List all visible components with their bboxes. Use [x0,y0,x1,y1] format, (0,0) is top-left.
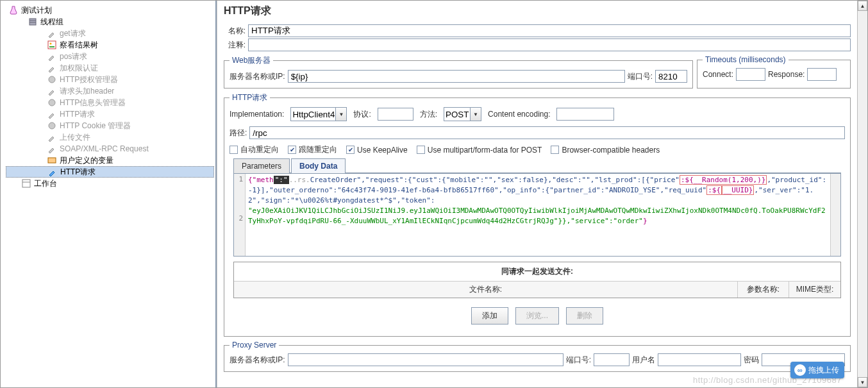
enc-label: Content encoding: [488,110,550,119]
pipette-icon [47,51,57,62]
proxy-port-input[interactable] [594,353,630,366]
name-label: 名称: [224,26,246,37]
connect-label: Connect: [703,70,733,79]
sel-text: ":" [274,176,289,184]
tree-label: 线程组 [40,17,63,28]
tree-label: 测试计划 [21,5,52,16]
svg-point-6 [49,76,55,83]
svg-point-4 [50,43,52,45]
host-input[interactable] [288,70,625,83]
body-data-editor[interactable]: 12 {"meth":"..rs.CreateOrder","request":… [233,173,841,257]
tree-item[interactable]: SOAP/XML-RPC Request [6,143,214,155]
tree-item-selected[interactable]: HTTP请求 [6,166,214,178]
tree-item[interactable]: HTTP Cookie 管理器 [6,120,214,131]
proxy-legend: Proxy Server [230,341,279,350]
test-plan-tree: 测试计划 线程组 get请求 察看结果树 pos请求 加权限认证 HTTP授权管… [1,1,217,387]
add-button[interactable]: 添加 [471,307,508,325]
line-gutter: 12 [234,174,246,256]
svg-rect-10 [22,180,30,187]
chk-followredirect[interactable]: ✔跟随重定向 [288,144,337,155]
hl-uuid-b: __UUID} [722,185,754,195]
files-col-name: 文件名称: [234,282,738,298]
tree-item[interactable]: 请求头加header [6,85,214,97]
comment-input[interactable] [248,38,851,51]
files-title: 同请求一起发送文件: [234,262,840,282]
pipette-icon [47,144,57,154]
pipette-icon [47,109,57,119]
chk-multipart[interactable]: Use multipart/form-data for POST [417,146,542,155]
panel-title: HTTP请求 [220,2,855,23]
tree-item[interactable]: HTTP授权管理器 [6,74,214,85]
tree-item[interactable]: 加权限认证 [6,62,214,74]
chevron-down-icon[interactable]: ▼ [470,107,481,121]
httpreq-legend: HTTP请求 [230,92,270,103]
proxy-host-label: 服务器名称或IP: [230,355,285,366]
tree-item[interactable]: HTTP请求 [6,108,214,120]
enc-input[interactable] [556,108,614,121]
gear-icon [47,74,57,85]
proxy-port-label: 端口号: [566,355,591,366]
body-scrollbar[interactable] [830,174,840,256]
workbench-icon [21,178,31,189]
upload-float-button[interactable]: ∞ 拖拽上传 [790,362,844,378]
hl-uuid-a: :${ [706,185,722,195]
pipette-icon [47,86,57,96]
main-scrollbar[interactable]: ▲ ▼ [857,1,867,387]
connect-input[interactable] [736,68,765,81]
tree-item[interactable]: HTTP信息头管理器 [6,97,214,108]
spool-icon [28,17,38,27]
tree-item[interactable]: 察看结果树 [6,39,214,51]
port-input[interactable] [655,70,687,83]
files-col-mime: MIME类型: [789,282,840,298]
proxy-pass-label: 密码 [744,355,759,366]
comment-label: 注释: [224,40,246,51]
tab-parameters[interactable]: Parameters [233,158,290,173]
tree-root[interactable]: 测试计划 [6,4,214,16]
delete-button[interactable]: 删除 [566,307,603,325]
app-root: 测试计划 线程组 get请求 察看结果树 pos请求 加权限认证 HTTP授权管… [0,0,868,388]
body-text[interactable]: {"meth":"..rs.CreateOrder","request":{"c… [246,174,830,256]
results-icon [47,40,57,50]
timeouts-legend: Timeouts (milliseconds) [703,55,789,64]
scroll-up-icon[interactable]: ▲ [858,1,867,11]
tree-item[interactable]: pos请求 [6,51,214,62]
tree-item[interactable]: 上传文件 [6,131,214,143]
pipette-icon [47,167,58,177]
chk-keepalive[interactable]: ✔Use KeepAlive [346,146,408,155]
vars-icon [47,155,57,165]
tree-threadgroup[interactable]: 线程组 [6,16,214,28]
svg-point-7 [49,99,55,106]
gear-icon [47,121,57,131]
proxy-host-input[interactable] [288,353,563,366]
tree-workbench[interactable]: 工作台 [6,178,214,189]
pipette-icon [47,132,57,142]
proto-input[interactable] [378,108,413,121]
host-label: 服务器名称或IP: [230,71,285,82]
proxy-user-input[interactable] [658,353,741,366]
response-label: Response: [768,70,805,79]
chk-autoredirect[interactable]: 自动重定向 [230,144,279,155]
impl-label: Implementation: [230,110,284,119]
scroll-down-icon[interactable]: ▼ [858,377,867,387]
main-panel: HTTP请求 名称: 注释: Web服务器 服务器名称或IP: 端口号: [217,1,857,387]
webserver-legend: Web服务器 [230,55,273,66]
flask-icon [8,5,19,15]
path-label: 路径: [230,128,247,139]
svg-rect-0 [29,19,36,25]
chk-browser[interactable]: Browser-compatible headers [551,146,660,155]
cloud-icon: ∞ [794,364,806,376]
name-input[interactable] [248,24,851,37]
chevron-down-icon[interactable]: ▼ [335,107,347,121]
proxy-user-label: 用户名 [632,355,655,366]
gear-icon [47,97,57,108]
tree-item[interactable]: 用户定义的变量 [6,155,214,166]
response-input[interactable] [807,68,837,81]
browse-button[interactable]: 浏览... [515,307,559,325]
files-col-param: 参数名称: [738,282,789,298]
tab-bodydata[interactable]: Body Data [291,158,346,173]
tree-item[interactable]: get请求 [6,28,214,39]
svg-rect-3 [48,41,56,49]
hl-random: :${__Random(1,200,)} [680,175,767,185]
path-input[interactable] [249,126,845,139]
pipette-icon [47,63,57,73]
